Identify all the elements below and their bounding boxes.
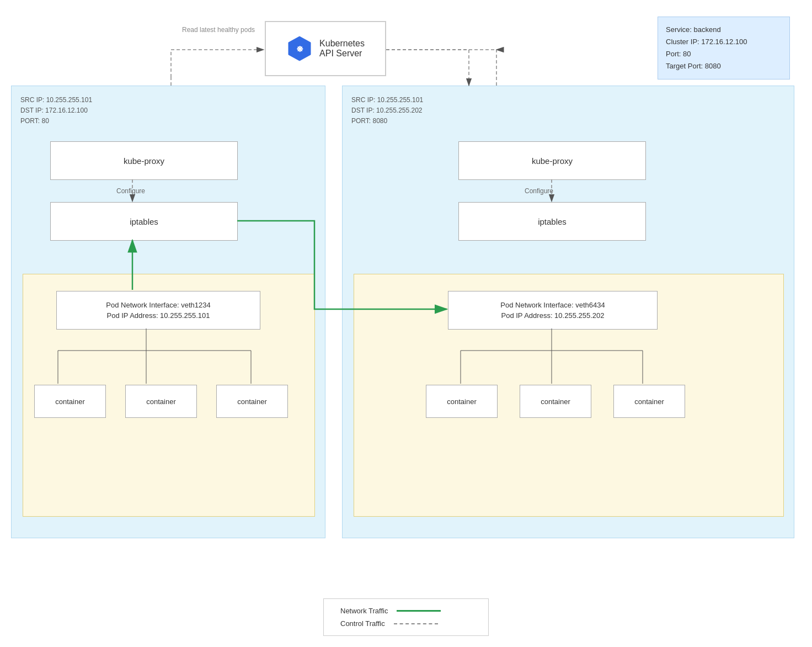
legend-control-traffic: Control Traffic	[340, 619, 472, 628]
left-ip-info: SRC IP: 10.255.255.101 DST IP: 172.16.12…	[20, 95, 92, 127]
right-pod-area: Pod Network Interface: veth6434Pod IP Ad…	[354, 274, 784, 517]
service-info-box: Service: backend Cluster IP: 172.16.12.1…	[658, 17, 790, 79]
k8s-api-server-box: ⎈ Kubernetes API Server	[265, 21, 386, 76]
right-container-3: container	[613, 385, 685, 418]
left-kube-proxy-box: kube-proxy	[50, 141, 238, 180]
left-configure-label: Configure	[116, 187, 145, 195]
legend-dashed-line	[394, 623, 438, 624]
diagram-container: ⎈ Kubernetes API Server Service: backend…	[0, 0, 812, 647]
legend-network-traffic-label: Network Traffic	[340, 607, 388, 615]
right-kube-proxy-box: kube-proxy	[458, 141, 646, 180]
left-container-3: container	[216, 385, 288, 418]
right-configure-label: Configure	[525, 187, 553, 195]
left-container-1: container	[34, 385, 106, 418]
k8s-logo-icon: ⎈	[286, 35, 313, 62]
k8s-label: Kubernetes API Server	[319, 39, 365, 59]
right-container-1: container	[426, 385, 498, 418]
left-pod-iface-box: Pod Network Interface: veth1234Pod IP Ad…	[56, 291, 260, 330]
svg-text:⎈: ⎈	[297, 43, 303, 54]
right-iptables-box: iptables	[458, 202, 646, 241]
left-container-2: container	[125, 385, 197, 418]
legend-control-traffic-label: Control Traffic	[340, 619, 385, 628]
right-pod-iface-box: Pod Network Interface: veth6434Pod IP Ad…	[448, 291, 658, 330]
right-node-panel: SRC IP: 10.255.255.101 DST IP: 10.255.25…	[342, 86, 794, 538]
legend-green-line	[397, 610, 441, 612]
left-pod-area: Pod Network Interface: veth1234Pod IP Ad…	[23, 274, 315, 517]
svg-text:Read latest healthy pods: Read latest healthy pods	[182, 26, 255, 34]
left-iptables-box: iptables	[50, 202, 238, 241]
left-node-panel: SRC IP: 10.255.255.101 DST IP: 172.16.12…	[11, 86, 325, 538]
legend-box: Network Traffic Control Traffic	[323, 598, 489, 636]
right-container-2: container	[520, 385, 591, 418]
right-ip-info: SRC IP: 10.255.255.101 DST IP: 10.255.25…	[351, 95, 423, 127]
legend-network-traffic: Network Traffic	[340, 607, 472, 615]
